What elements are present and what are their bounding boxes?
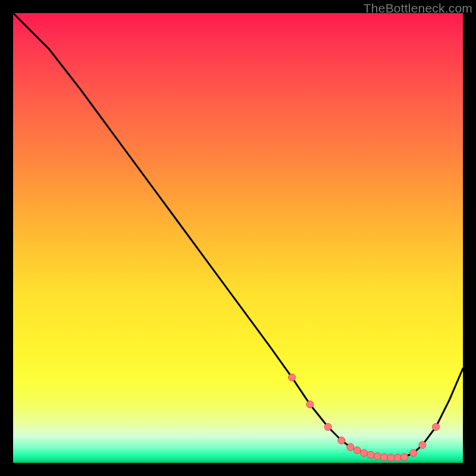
- marker-point: [433, 424, 440, 431]
- marker-point: [387, 454, 394, 461]
- marker-point: [289, 374, 296, 381]
- chart-frame: TheBottleneck.com: [0, 0, 476, 476]
- marker-point: [394, 454, 401, 461]
- marker-point: [347, 444, 354, 451]
- marker-point: [353, 447, 361, 454]
- marker-point: [374, 453, 381, 460]
- marker-point: [324, 424, 331, 431]
- curve-layer: [13, 13, 463, 463]
- marker-point: [306, 401, 314, 408]
- bottleneck-curve: [13, 13, 463, 458]
- plot-area: [13, 13, 463, 463]
- marker-point: [381, 453, 388, 461]
- bottleneck-markers: [289, 374, 440, 461]
- marker-point: [401, 453, 408, 461]
- marker-point: [419, 441, 426, 449]
- marker-point: [361, 449, 368, 456]
- marker-point: [338, 437, 345, 444]
- watermark-text: TheBottleneck.com: [364, 1, 472, 15]
- marker-point: [410, 449, 417, 456]
- marker-point: [367, 451, 374, 458]
